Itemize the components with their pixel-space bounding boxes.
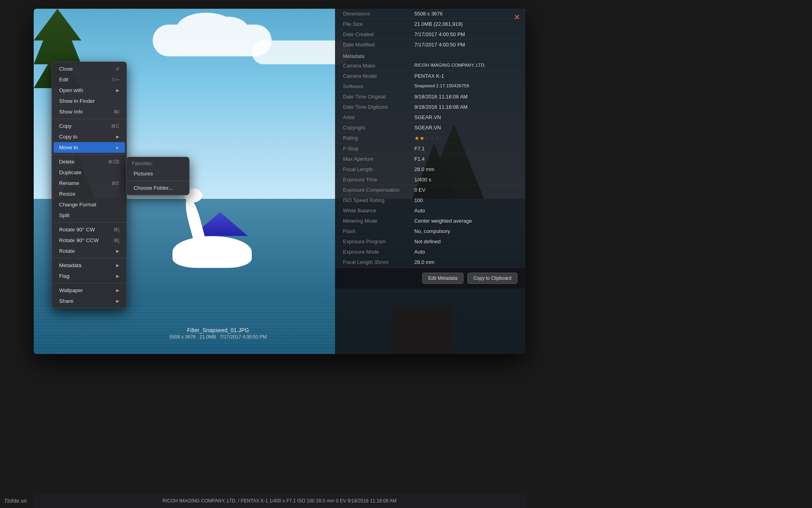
menu-moveto-arrow: ▶: [116, 145, 119, 150]
datetimeoriginal-value: 9/18/2016 11:18:08 AM: [414, 94, 467, 100]
dimensions-label: Dimensions: [343, 11, 414, 17]
fstop-value: F7.1: [414, 146, 425, 152]
info-artist-row: Artist SGEAR.VN: [335, 112, 525, 123]
menu-item-duplicate[interactable]: Duplicate: [54, 167, 125, 178]
menu-item-show-info[interactable]: Show Info ⌘I: [54, 106, 125, 117]
flash-value: No, compulsory: [414, 228, 450, 234]
submenu-move-to: Favorites: Pictures Choose Folder...: [126, 157, 190, 195]
exposurecomp-label: Exposure Compensation: [343, 187, 414, 193]
info-cameramake-row: Camera Make RICOH IMAGING COMPANY, LTD.: [335, 61, 525, 71]
menu-item-close[interactable]: Close ↺: [54, 64, 125, 74]
info-focallength-row: Focal Length 28.0 mm: [335, 164, 525, 175]
exposurecomp-value: 0 EV: [414, 187, 425, 193]
focallength35-label: Focal Length 35mm: [343, 259, 414, 265]
info-software-row: Software Snapseed 2.17.150426759: [335, 81, 525, 92]
whitebalance-value: Auto: [414, 208, 425, 214]
menu-wallpaper-arrow: ▶: [116, 288, 119, 292]
menu-copyto-label: Copy to: [59, 134, 78, 140]
metering-value: Center weighted average: [414, 218, 472, 224]
menu-edit-label: Edit: [59, 77, 68, 83]
info-iso-row: ISO Speed Rating 100: [335, 195, 525, 206]
menu-close-label: Close: [59, 66, 73, 72]
menu-rotate-label: Rotate: [59, 248, 75, 254]
menu-wallpaper-label: Wallpaper: [59, 287, 83, 293]
exposureprogram-label: Exposure Program: [343, 239, 414, 244]
photo-dimensions-display: 5508 x 3676: [169, 334, 195, 340]
status-bar-text: RICOH IMAGING COMPANY, LTD. / PENTAX K-1…: [163, 498, 397, 504]
menu-item-flag[interactable]: Flag ▶: [54, 271, 125, 281]
menu-item-copy-to[interactable]: Copy to ▶: [54, 131, 125, 142]
datetimeoriginal-label: Date Time Original: [343, 94, 414, 100]
menu-item-split[interactable]: Split: [54, 210, 125, 221]
info-exposuremode-row: Exposure Mode Auto: [335, 247, 525, 257]
menu-copy-label: Copy: [59, 123, 72, 129]
edit-metadata-button[interactable]: Edit Metadata: [422, 273, 463, 284]
datecreated-label: Date Created: [343, 31, 414, 37]
info-whitebalance-row: White Balance Auto: [335, 206, 525, 216]
rating-label: Rating: [343, 135, 414, 141]
close-button[interactable]: ✕: [513, 13, 521, 21]
info-metering-row: Metering Mode Center weighted average: [335, 216, 525, 226]
menu-copyto-arrow: ▶: [116, 135, 119, 139]
menu-split-label: Split: [59, 212, 69, 218]
swan-boat: [157, 189, 268, 268]
metering-label: Metering Mode: [343, 218, 414, 224]
copyright-value: SGEAR.VN: [414, 125, 441, 131]
fstop-label: F-Stop: [343, 146, 414, 152]
info-fstop-row: F-Stop F7.1: [335, 144, 525, 154]
info-exposureprogram-row: Exposure Program Not defined: [335, 237, 525, 247]
rating-value: ★★☆☆☆: [414, 135, 440, 141]
menu-item-show-finder[interactable]: Show in Finder: [54, 96, 125, 106]
menu-item-open-with[interactable]: Open with ▶: [54, 85, 125, 96]
menu-item-wallpaper[interactable]: Wallpaper ▶: [54, 285, 125, 296]
menu-item-change-format[interactable]: Change Format: [54, 199, 125, 210]
metadata-section-header: Metadata: [335, 50, 525, 61]
filesize-label: File Size: [343, 21, 414, 27]
copy-to-clipboard-button[interactable]: Copy to Clipboard: [467, 273, 517, 284]
divider-5: [52, 283, 126, 283]
divider-4: [52, 258, 126, 258]
menu-item-rotate-cw[interactable]: Rotate 90° CW ⌘]: [54, 224, 125, 235]
submenu-item-choose-folder[interactable]: Choose Folder...: [128, 183, 188, 193]
menu-item-resize[interactable]: Resize: [54, 189, 125, 199]
menu-item-move-to[interactable]: Move to ▶: [54, 142, 125, 153]
menu-edit-shortcut: ⇧↩: [111, 77, 119, 83]
swan-body: [172, 236, 252, 268]
menu-share-label: Share: [59, 298, 73, 304]
submenu-pictures-label: Pictures: [134, 171, 153, 177]
exposuremode-label: Exposure Mode: [343, 249, 414, 255]
menu-item-edit[interactable]: Edit ⇧↩: [54, 74, 125, 85]
maxaperture-label: Max Aperture: [343, 156, 414, 162]
exposuretime-value: 1/400 s: [414, 177, 431, 183]
submenu-item-pictures[interactable]: Pictures: [128, 168, 188, 179]
info-cameramodel-row: Camera Model PENTAX K-1: [335, 71, 525, 81]
menu-item-delete[interactable]: Delete ⌘⌫: [54, 156, 125, 167]
filesize-value: 21.0MB (22,061,919): [414, 21, 463, 27]
filemeta-text: 5508 x 3676 21.0MB 7/17/2017 4:00:50 PM: [169, 334, 267, 340]
menu-close-shortcut: ↺: [115, 66, 119, 72]
divider-1: [52, 119, 126, 119]
menu-item-metadata[interactable]: Metadata ▶: [54, 260, 125, 271]
menu-openwith-arrow: ▶: [116, 88, 119, 92]
menu-flag-arrow: ▶: [116, 274, 119, 278]
menu-item-share[interactable]: Share ▶: [54, 296, 125, 306]
menu-item-rotate[interactable]: Rotate ▶: [54, 246, 125, 256]
submenu-choosefolder-label: Choose Folder...: [134, 185, 173, 191]
menu-item-rotate-ccw[interactable]: Rotate 90° CCW ⌘[: [54, 235, 125, 246]
context-menu: Close ↺ Edit ⇧↩ Open with ▶ Show in Find…: [52, 62, 127, 308]
info-datetimeoriginal-row: Date Time Original 9/18/2016 11:18:08 AM: [335, 92, 525, 102]
info-exposurecomp-row: Exposure Compensation 0 EV: [335, 185, 525, 195]
menu-item-copy[interactable]: Copy ⌘C: [54, 121, 125, 131]
menu-rotateccw-label: Rotate 90° CCW: [59, 237, 99, 243]
info-flash-row: Flash No, compulsory: [335, 226, 525, 237]
info-exposuretime-row: Exposure Time 1/400 s: [335, 175, 525, 185]
menu-resize-label: Resize: [59, 191, 75, 197]
filename-text: Filter_Snapseed_01.JPG: [187, 327, 249, 333]
focallength35-value: 28.0 mm: [414, 259, 435, 265]
info-focallength35-row: Focal Length 35mm 28.0 mm: [335, 257, 525, 267]
menu-item-rename[interactable]: Rename ⌘E: [54, 178, 125, 189]
info-datecreated-row: Date Created 7/17/2017 4:00:50 PM: [335, 29, 525, 40]
datemodified-value: 7/17/2017 4:00:50 PM: [414, 42, 465, 48]
menu-moveto-label: Move to: [59, 144, 78, 150]
info-maxaperture-row: Max Aperture F1.4: [335, 154, 525, 164]
